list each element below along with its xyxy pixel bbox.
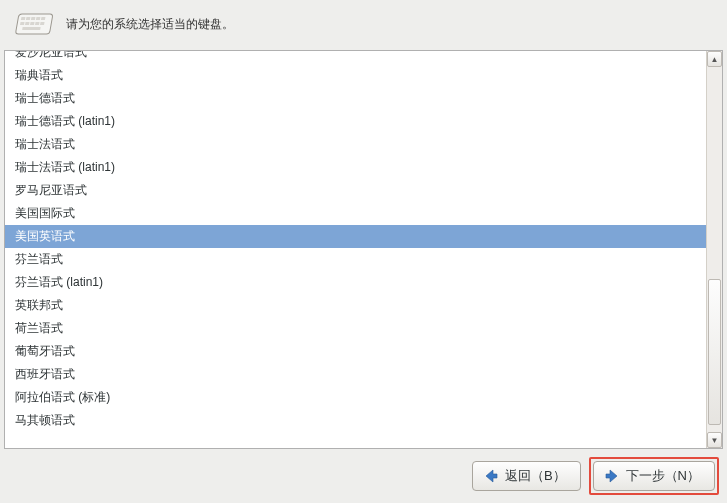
svg-rect-6 (20, 22, 25, 25)
scroll-track[interactable] (707, 67, 722, 432)
list-item[interactable]: 西班牙语式 (5, 363, 706, 386)
list-item[interactable]: 罗马尼亚语式 (5, 179, 706, 202)
arrow-right-icon (604, 468, 620, 484)
scroll-thumb[interactable] (708, 279, 721, 425)
list-item[interactable]: 葡萄牙语式 (5, 340, 706, 363)
list-item[interactable]: 芬兰语式 (5, 248, 706, 271)
arrow-left-icon (483, 468, 499, 484)
svg-rect-4 (36, 17, 41, 20)
list-item[interactable]: 瑞士法语式 (latin1) (5, 156, 706, 179)
list-item[interactable]: 爱沙尼亚语式 (5, 51, 706, 64)
svg-rect-11 (22, 27, 41, 30)
svg-rect-2 (26, 17, 31, 20)
svg-rect-8 (30, 22, 35, 25)
keyboard-icon (12, 8, 54, 40)
list-item[interactable]: 阿拉伯语式 (标准) (5, 386, 706, 409)
scrollbar[interactable]: ▲ ▼ (706, 51, 722, 448)
installer-window: 请为您的系统选择适当的键盘。 爱沙尼亚语式瑞典语式瑞士德语式瑞士德语式 (lat… (0, 0, 727, 503)
back-button[interactable]: 返回（B） (472, 461, 581, 491)
svg-rect-7 (25, 22, 30, 25)
list-item[interactable]: 荷兰语式 (5, 317, 706, 340)
keyboard-list-container: 爱沙尼亚语式瑞典语式瑞士德语式瑞士德语式 (latin1)瑞士法语式瑞士法语式 … (4, 50, 723, 449)
list-item[interactable]: 马其顿语式 (5, 409, 706, 432)
list-item[interactable]: 瑞士法语式 (5, 133, 706, 156)
next-button-label: 下一步（N） (626, 467, 700, 485)
list-item[interactable]: 瑞士德语式 (latin1) (5, 110, 706, 133)
footer: 返回（B） 下一步（N） (0, 449, 727, 503)
list-item[interactable]: 芬兰语式 (latin1) (5, 271, 706, 294)
svg-rect-10 (40, 22, 45, 25)
keyboard-list[interactable]: 爱沙尼亚语式瑞典语式瑞士德语式瑞士德语式 (latin1)瑞士法语式瑞士法语式 … (5, 51, 706, 448)
list-item[interactable]: 瑞士德语式 (5, 87, 706, 110)
list-item[interactable]: 瑞典语式 (5, 64, 706, 87)
svg-rect-3 (31, 17, 36, 20)
scroll-up-button[interactable]: ▲ (707, 51, 722, 67)
list-item[interactable]: 美国国际式 (5, 202, 706, 225)
list-item[interactable]: 美国英语式 (5, 225, 706, 248)
next-button[interactable]: 下一步（N） (593, 461, 715, 491)
svg-rect-5 (41, 17, 46, 20)
header-instruction: 请为您的系统选择适当的键盘。 (66, 16, 234, 33)
header: 请为您的系统选择适当的键盘。 (0, 0, 727, 50)
scroll-down-button[interactable]: ▼ (707, 432, 722, 448)
svg-rect-1 (21, 17, 26, 20)
next-button-highlight: 下一步（N） (589, 457, 719, 495)
list-item[interactable]: 英联邦式 (5, 294, 706, 317)
back-button-label: 返回（B） (505, 467, 566, 485)
svg-rect-9 (35, 22, 40, 25)
